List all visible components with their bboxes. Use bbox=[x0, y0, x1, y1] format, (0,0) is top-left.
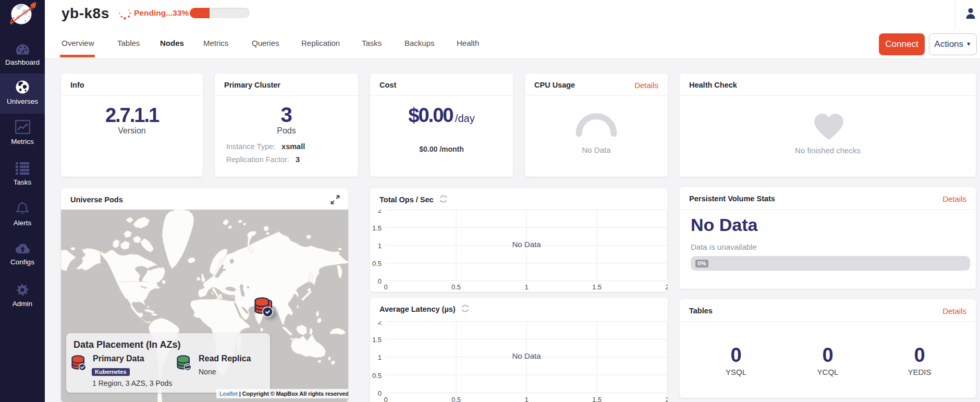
svg-text:2: 2 bbox=[665, 396, 668, 402]
svg-text:1.5: 1.5 bbox=[372, 224, 382, 232]
svg-text:0: 0 bbox=[384, 396, 387, 402]
svg-text:0.5: 0.5 bbox=[372, 260, 382, 267]
svg-text:0.5: 0.5 bbox=[451, 396, 461, 402]
svg-text:1.5: 1.5 bbox=[592, 283, 602, 291]
svg-text:1: 1 bbox=[378, 242, 382, 250]
svg-text:0: 0 bbox=[384, 283, 387, 291]
svg-text:1: 1 bbox=[524, 283, 528, 291]
svg-text:1: 1 bbox=[378, 354, 382, 361]
svg-text:1: 1 bbox=[524, 396, 528, 402]
svg-text:0.5: 0.5 bbox=[451, 283, 461, 291]
svg-text:0: 0 bbox=[378, 389, 382, 397]
svg-text:1.5: 1.5 bbox=[372, 336, 382, 344]
svg-text:2: 2 bbox=[378, 210, 382, 214]
svg-text:No Data: No Data bbox=[512, 351, 541, 360]
svg-text:0.5: 0.5 bbox=[372, 372, 382, 380]
svg-text:1.5: 1.5 bbox=[592, 396, 602, 402]
svg-text:2: 2 bbox=[378, 321, 382, 326]
svg-text:0: 0 bbox=[378, 277, 382, 285]
svg-text:2: 2 bbox=[665, 283, 668, 291]
svg-text:No Data: No Data bbox=[512, 240, 541, 249]
